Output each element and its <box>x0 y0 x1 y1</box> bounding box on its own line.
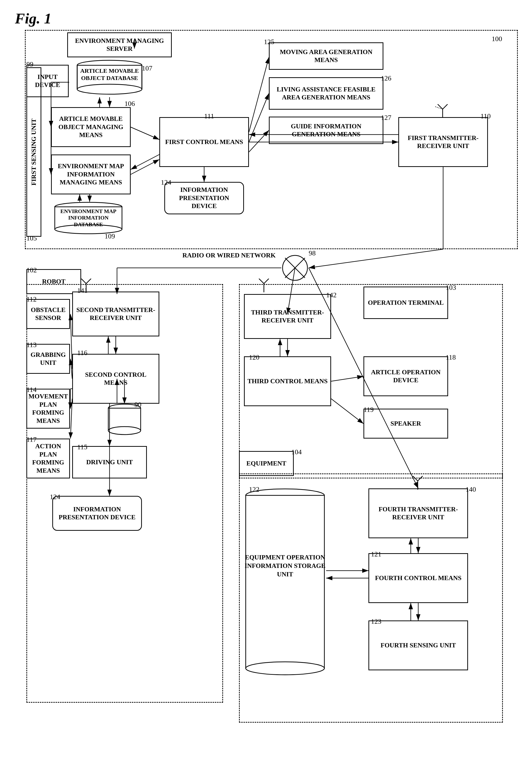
ref-114: 114 <box>26 386 37 394</box>
ref-113: 113 <box>26 341 37 349</box>
ref-118: 118 <box>446 353 456 361</box>
ref-140: 140 <box>466 486 476 493</box>
ref-117: 117 <box>26 436 37 444</box>
first-control-means-box: FIRST CONTROL MEANS <box>159 117 249 167</box>
antenna-fourth-tx <box>410 476 425 490</box>
svg-line-50 <box>309 249 443 268</box>
ref-105: 105 <box>26 234 37 242</box>
ref-126: 126 <box>381 74 391 82</box>
article-movable-object-managing-means-box: ARTICLE MOVABLE OBJECT MANAGING MEANS <box>51 107 131 147</box>
ref-98: 98 <box>309 249 316 257</box>
network-symbol <box>281 254 309 282</box>
second-transmitter-receiver-unit-box: SECOND TRANSMITTER-RECEIVER UNIT <box>72 291 159 336</box>
antenna-first-tx <box>435 104 450 119</box>
fourth-transmitter-receiver-unit-box: FOURTH TRANSMITTER-RECEIVER UNIT <box>368 489 468 538</box>
action-plan-forming-means-box: ACTION PLAN FORMING MEANS <box>26 439 70 479</box>
ref-109: 109 <box>105 232 115 240</box>
svg-point-20 <box>108 427 141 435</box>
ref-119: 119 <box>363 406 374 414</box>
svg-line-23 <box>264 278 269 283</box>
speaker-box: SPEAKER <box>363 409 448 439</box>
equipment-box: EQUIPMENT <box>239 451 294 476</box>
third-transmitter-receiver-unit-box: THIRD TRANSMITTER-RECEIVER UNIT <box>244 294 331 339</box>
svg-line-29 <box>418 476 423 481</box>
movement-plan-forming-means-box: MOVEMENT PLAN FORMING MEANS <box>26 389 70 429</box>
ref-120: 120 <box>249 353 259 361</box>
svg-line-10 <box>443 104 448 109</box>
radio-or-wired-network-label: RADIO OR WIRED NETWORK <box>179 252 279 259</box>
svg-line-17 <box>86 278 91 283</box>
information-presentation-device-a-box: INFORMATION PRESENTATION DEVICE <box>164 182 244 214</box>
ref-121: 121 <box>371 550 381 558</box>
first-sensing-unit-box: FIRST SENSING UNIT <box>26 67 41 237</box>
svg-point-4 <box>77 84 142 94</box>
ref-116: 116 <box>77 349 87 357</box>
article-operation-device-box: ARTICLE OPERATION DEVICE <box>363 356 448 396</box>
ref-106: 106 <box>125 100 135 108</box>
ref-124b: 124 <box>50 493 60 501</box>
ref-142: 142 <box>326 291 337 299</box>
third-control-means-box: THIRD CONTROL MEANS <box>244 356 331 406</box>
fourth-control-means-box: FOURTH CONTROL MEANS <box>368 553 468 603</box>
ref-104: 104 <box>291 448 302 456</box>
ref-115: 115 <box>77 443 87 451</box>
guide-information-generation-means-box: GUIDE INFORMATION GENERATION MEANS <box>269 117 383 144</box>
first-transmitter-receiver-unit-box: FIRST TRANSMITTER-RECEIVER UNIT <box>398 117 488 167</box>
environment-map-info-managing-means-box: ENVIRONMENT MAP INFORMATION MANAGING MEA… <box>51 155 131 194</box>
ref-122: 122 <box>249 486 259 493</box>
article-movable-object-database-cylinder: ARTICLE MOVABLE OBJECT DATABASE <box>76 60 143 95</box>
second-control-means-box: SECOND CONTROL MEANS <box>72 354 159 404</box>
ref-110: 110 <box>481 112 491 120</box>
svg-line-28 <box>413 476 418 481</box>
environment-managing-server-box: ENVIRONMENT MANAGING SERVER <box>67 32 172 57</box>
moving-area-generation-means-box: MOVING AREA GENERATION MEANS <box>269 42 383 70</box>
ref-124a: 124 <box>161 178 171 186</box>
svg-line-16 <box>81 278 86 283</box>
ref-123: 123 <box>371 617 381 625</box>
antenna-second-tx <box>79 278 94 293</box>
ref-107: 107 <box>142 64 152 72</box>
ref-112: 112 <box>26 295 37 303</box>
antenna-third-tx <box>256 278 271 293</box>
obstacle-sensor-box: OBSTACLE SENSOR <box>26 299 70 329</box>
svg-line-22 <box>259 278 264 283</box>
svg-rect-25 <box>246 495 324 668</box>
ref-125: 125 <box>264 38 274 46</box>
svg-point-26 <box>246 662 324 675</box>
ref-111: 111 <box>204 112 214 120</box>
information-presentation-device-b-box: INFORMATION PRESENTATION DEVICE <box>52 496 142 531</box>
figure-label: Fig. 1 <box>15 10 51 27</box>
ref-102: 102 <box>26 266 37 274</box>
fourth-sensing-unit-box: FOURTH SENSING UNIT <box>368 620 468 670</box>
equipment-operation-info-storage-unit-cylinder: EQUIPMENT OPERATION INFORMATION STORAGE … <box>244 489 326 675</box>
living-assistance-feasible-area-generation-means-box: LIVING ASSISTANCE FEASIBLE AREA GENERATI… <box>269 77 383 110</box>
environment-map-info-database-cylinder: ENVIRONMENT MAP INFORMATION DATABASE <box>53 202 123 234</box>
ref-90: 90 <box>134 401 141 409</box>
ref-127: 127 <box>381 114 391 122</box>
